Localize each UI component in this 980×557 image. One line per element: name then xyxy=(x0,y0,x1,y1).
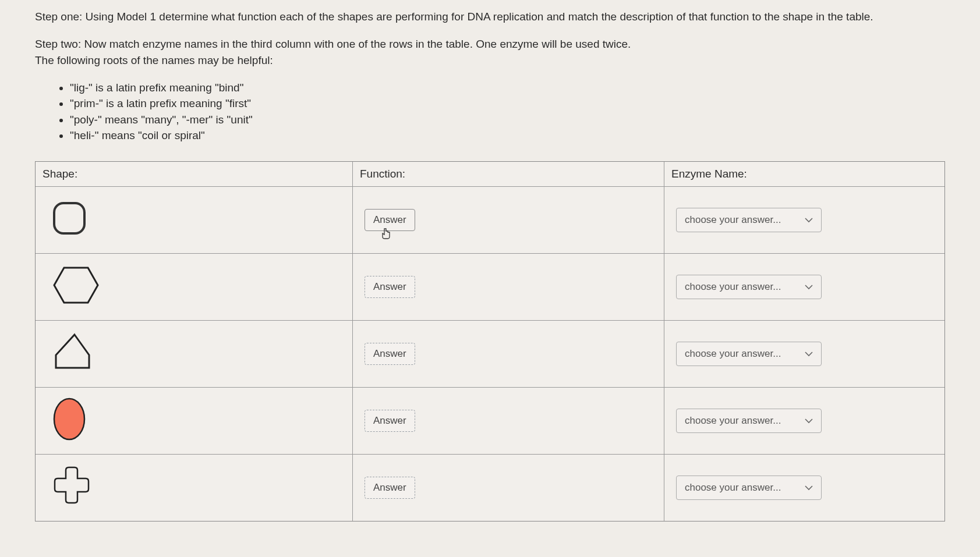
enzyme-select[interactable]: choose your answer... xyxy=(676,275,822,299)
svg-marker-2 xyxy=(56,335,89,368)
enzyme-select[interactable]: choose your answer... xyxy=(676,342,822,366)
answer-button[interactable]: Answer xyxy=(365,477,415,499)
header-enzyme: Enzyme Name: xyxy=(664,162,944,186)
select-placeholder: choose your answer... xyxy=(685,214,781,226)
hints-list: "lig-" is a latin prefix meaning "bind" … xyxy=(35,80,945,144)
table-row: Answer choose your answer... xyxy=(36,254,944,321)
cross-icon xyxy=(43,466,92,509)
svg-marker-1 xyxy=(54,268,98,303)
step-two-line1: Step two: Now match enzyme names in the … xyxy=(35,38,631,50)
shape-cell xyxy=(36,321,353,387)
hint-item: "poly-" means "many", "-mer" is "unit" xyxy=(70,112,945,128)
chevron-down-icon xyxy=(805,351,813,357)
hint-item: "prim-" is a latin prefix meaning "first… xyxy=(70,95,945,112)
function-cell: Answer xyxy=(353,187,664,253)
function-cell: Answer xyxy=(353,321,664,387)
select-placeholder: choose your answer... xyxy=(685,348,781,360)
enzyme-select[interactable]: choose your answer... xyxy=(676,409,822,433)
table-row: Answer choose your answer... xyxy=(36,388,944,455)
enzyme-select[interactable]: choose your answer... xyxy=(676,476,822,500)
step-two-text: Step two: Now match enzyme names in the … xyxy=(35,36,945,69)
step-two-line2: The following roots of the names may be … xyxy=(35,54,273,66)
enzyme-cell: choose your answer... xyxy=(664,187,944,253)
chevron-down-icon xyxy=(805,485,813,491)
hexagon-icon xyxy=(43,265,101,308)
select-placeholder: choose your answer... xyxy=(685,415,781,427)
pointer-cursor-icon xyxy=(381,228,391,242)
table-row: Answer choose your answer... xyxy=(36,187,944,254)
enzyme-cell: choose your answer... xyxy=(664,455,944,521)
chevron-down-icon xyxy=(805,217,813,223)
hint-item: "heli-" means "coil or spiral" xyxy=(70,127,945,144)
answer-button[interactable]: Answer xyxy=(365,276,415,298)
table-row: Answer choose your answer... xyxy=(36,455,944,521)
shape-cell xyxy=(36,254,353,320)
hint-item: "lig-" is a latin prefix meaning "bind" xyxy=(70,80,945,96)
shape-cell xyxy=(36,455,353,521)
shapes-table: Shape: Function: Enzyme Name: Answer xyxy=(35,161,945,521)
answer-button[interactable]: Answer xyxy=(365,410,415,432)
answer-button[interactable]: Answer xyxy=(365,343,415,365)
shape-cell xyxy=(36,187,353,253)
function-cell: Answer xyxy=(353,254,664,320)
select-placeholder: choose your answer... xyxy=(685,482,781,494)
worksheet-page: Step one: Using Model 1 determine what f… xyxy=(0,0,980,533)
step-one-text: Step one: Using Model 1 determine what f… xyxy=(35,9,945,26)
enzyme-cell: choose your answer... xyxy=(664,321,944,387)
function-cell: Answer xyxy=(353,455,664,521)
shape-cell xyxy=(36,388,353,454)
function-cell: Answer xyxy=(353,388,664,454)
select-placeholder: choose your answer... xyxy=(685,281,781,293)
enzyme-cell: choose your answer... xyxy=(664,254,944,320)
header-function: Function: xyxy=(353,162,664,186)
header-shape: Shape: xyxy=(36,162,353,186)
table-row: Answer choose your answer... xyxy=(36,321,944,388)
filled-oval-icon xyxy=(43,396,87,445)
quadrilateral-icon xyxy=(43,332,95,375)
chevron-down-icon xyxy=(805,418,813,424)
enzyme-select[interactable]: choose your answer... xyxy=(676,208,822,232)
svg-rect-0 xyxy=(54,203,84,233)
table-header-row: Shape: Function: Enzyme Name: xyxy=(36,162,944,187)
instructions-block: Step one: Using Model 1 determine what f… xyxy=(35,9,945,144)
svg-point-3 xyxy=(54,399,84,439)
rounded-square-icon xyxy=(43,200,87,239)
enzyme-cell: choose your answer... xyxy=(664,388,944,454)
chevron-down-icon xyxy=(805,284,813,290)
